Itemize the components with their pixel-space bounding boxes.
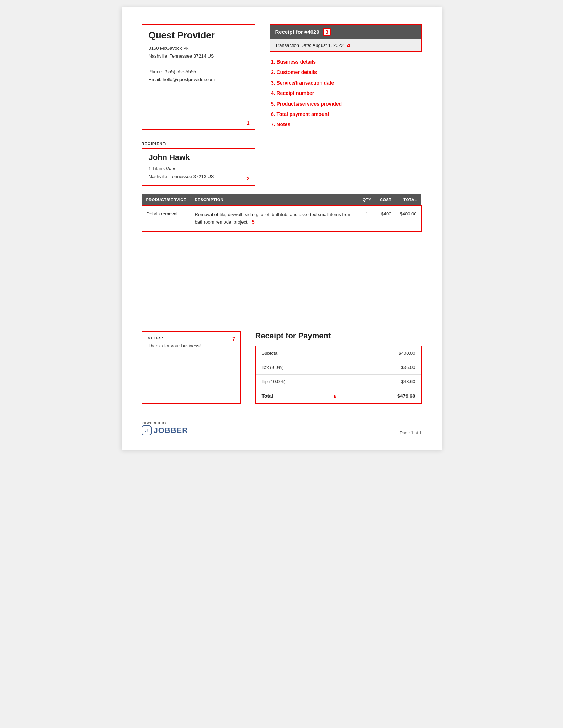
jobber-logo: J JOBBER bbox=[142, 425, 188, 435]
powered-by-section: POWERED BY J JOBBER bbox=[142, 421, 188, 435]
receipt-title: Receipt for #4029 bbox=[275, 29, 319, 35]
bottom-section: NOTES: Thanks for your business! 7 Recei… bbox=[142, 331, 422, 404]
transaction-date-text: Transaction Date: August 1, 2022 bbox=[275, 43, 344, 48]
annotation-3: Service/transaction date bbox=[277, 78, 422, 88]
payment-row-total: Total 6 $479.60 bbox=[256, 389, 421, 403]
transaction-date-row: Transaction Date: August 1, 2022 4 bbox=[270, 39, 422, 52]
business-name: Quest Provider bbox=[149, 30, 248, 41]
payment-title: Receipt for Payment bbox=[255, 331, 422, 341]
notes-badge: 7 bbox=[232, 336, 235, 342]
receipt-header: Receipt for #4029 3 bbox=[270, 24, 422, 39]
tax-value: $36.00 bbox=[401, 365, 415, 370]
col-cost: COST bbox=[376, 194, 396, 206]
jobber-brand: JOBBER bbox=[154, 426, 188, 435]
col-qty: QTY bbox=[358, 194, 376, 206]
annotation-7: Notes bbox=[277, 119, 422, 130]
total-label: Total bbox=[262, 393, 273, 399]
annotations-list: Business details Customer details Servic… bbox=[270, 57, 422, 130]
business-address2: Nashville, Tennessee 37214 US bbox=[149, 52, 248, 60]
item-total: $400.00 bbox=[396, 206, 421, 231]
recipient-section: RECIPIENT: John Hawk 1 Titans Way Nashvi… bbox=[142, 141, 422, 186]
recipient-label: RECIPIENT: bbox=[142, 141, 422, 146]
recipient-details: 1 Titans Way Nashville, Tennessee 37213 … bbox=[149, 165, 248, 181]
payment-row-tax: Tax (9.0%) $36.00 bbox=[256, 360, 421, 375]
item-cost: $400 bbox=[376, 206, 396, 231]
powered-by-label: POWERED BY bbox=[142, 421, 188, 425]
tax-label: Tax (9.0%) bbox=[262, 365, 284, 370]
receipt-header-badge: 3 bbox=[323, 28, 331, 36]
item-product: Debris removal bbox=[142, 206, 191, 231]
transaction-date-badge: 4 bbox=[347, 42, 350, 48]
recipient-badge: 2 bbox=[246, 175, 249, 181]
recipient-box: John Hawk 1 Titans Way Nashville, Tennes… bbox=[142, 148, 255, 186]
total-value: $479.60 bbox=[397, 393, 415, 399]
payment-row-subtotal: Subtotal $400.00 bbox=[256, 346, 421, 360]
right-section: Receipt for #4029 3 Transaction Date: Au… bbox=[270, 24, 422, 130]
item-qty: 1 bbox=[358, 206, 376, 231]
tip-label: Tip (10.0%) bbox=[262, 379, 286, 384]
business-details: 3150 McGavock Pk Nashville, Tennessee 37… bbox=[149, 44, 248, 84]
recipient-name: John Hawk bbox=[149, 153, 248, 162]
col-total: TOTAL bbox=[396, 194, 421, 206]
tip-value: $43.60 bbox=[401, 379, 415, 384]
annotation-5: Products/services provided bbox=[277, 99, 422, 109]
recipient-address2: Nashville, Tennessee 37213 US bbox=[149, 173, 248, 181]
payment-table: Subtotal $400.00 Tax (9.0%) $36.00 Tip (… bbox=[255, 346, 422, 404]
items-table: PRODUCT/SERVICE DESCRIPTION QTY COST TOT… bbox=[142, 194, 422, 232]
subtotal-value: $400.00 bbox=[399, 350, 415, 356]
col-product: PRODUCT/SERVICE bbox=[142, 194, 191, 206]
item-desc-text: Removal of tile, drywall, siding, toilet… bbox=[195, 212, 352, 225]
footer: POWERED BY J JOBBER Page 1 of 1 bbox=[142, 421, 422, 435]
jobber-icon: J bbox=[142, 425, 152, 435]
business-phone: Phone: (555) 555-5555 bbox=[149, 68, 248, 76]
top-section: Quest Provider 3150 McGavock Pk Nashvill… bbox=[142, 24, 422, 130]
notes-box: NOTES: Thanks for your business! 7 bbox=[142, 331, 241, 404]
business-address1: 3150 McGavock Pk bbox=[149, 44, 248, 52]
subtotal-label: Subtotal bbox=[262, 350, 279, 356]
annotation-4: Receipt number bbox=[277, 88, 422, 98]
col-description: DESCRIPTION bbox=[191, 194, 358, 206]
annotation-1: Business details bbox=[277, 57, 422, 67]
payment-badge: 6 bbox=[334, 393, 336, 399]
item-badge: 5 bbox=[251, 219, 254, 225]
annotation-6: Total payment amount bbox=[277, 109, 422, 119]
payment-row-tip: Tip (10.0%) $43.60 bbox=[256, 375, 421, 389]
item-description: Removal of tile, drywall, siding, toilet… bbox=[191, 206, 358, 231]
recipient-address1: 1 Titans Way bbox=[149, 165, 248, 173]
page: Quest Provider 3150 McGavock Pk Nashvill… bbox=[122, 7, 442, 450]
notes-text: Thanks for your business! bbox=[148, 343, 235, 348]
business-email: Email: hello@questprovider.com bbox=[149, 76, 248, 84]
business-box: Quest Provider 3150 McGavock Pk Nashvill… bbox=[142, 24, 255, 130]
annotation-2: Customer details bbox=[277, 67, 422, 77]
business-badge: 1 bbox=[246, 120, 249, 126]
notes-label: NOTES: bbox=[148, 336, 235, 340]
table-row: Debris removal Removal of tile, drywall,… bbox=[142, 206, 421, 231]
page-number: Page 1 of 1 bbox=[400, 430, 421, 435]
payment-section: Receipt for Payment Subtotal $400.00 Tax… bbox=[255, 331, 422, 404]
